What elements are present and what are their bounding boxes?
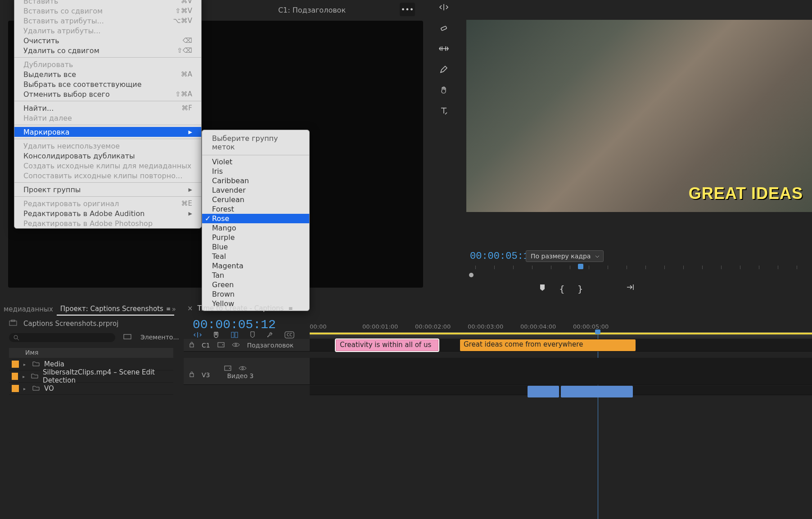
svg-rect-4: [124, 334, 131, 339]
type-icon[interactable]: [438, 104, 450, 117]
eraser-icon[interactable]: [438, 22, 450, 34]
svg-point-12: [235, 344, 237, 346]
title-menu-button[interactable]: •••: [400, 3, 415, 16]
video-track-header[interactable]: V3 Видео 3: [184, 358, 310, 385]
label-color-item[interactable]: Violet: [202, 157, 309, 167]
project-tabs[interactable]: медиаданных Проект: Captions Screenshots…: [0, 302, 182, 316]
svg-rect-0: [441, 26, 447, 31]
project-search-input[interactable]: [9, 333, 115, 342]
label-submenu[interactable]: Выберите группу меток VioletIrisCaribbea…: [202, 130, 310, 311]
label-color-item[interactable]: Forest: [202, 204, 309, 214]
project-filename: Captions Screenshots.prproj: [23, 320, 118, 328]
project-tab-active[interactable]: Проект: Captions Screenshots≡: [57, 303, 174, 316]
lock-icon[interactable]: [189, 341, 194, 349]
sequence-title: С1: Подзаголовок: [201, 0, 423, 20]
project-bin-row[interactable]: ▸VO: [9, 383, 173, 395]
sequence-tab[interactable]: Time to Create - Captions: [198, 304, 284, 312]
eye-icon[interactable]: [232, 342, 240, 349]
chevron-down-icon: [595, 255, 600, 258]
caption-track-lane[interactable]: Creativity is within all of us Great ide…: [310, 339, 812, 352]
svg-rect-5: [231, 332, 234, 338]
program-scrubber[interactable]: [466, 266, 812, 277]
menu-item[interactable]: Выбрать все соответствующие: [14, 79, 201, 89]
menu-item: Удалить неиспользуемое: [14, 141, 201, 151]
label-color-item[interactable]: Green: [202, 280, 309, 289]
stretch-icon[interactable]: [438, 42, 450, 55]
add-marker-icon[interactable]: [538, 284, 546, 294]
label-color-item[interactable]: Iris: [202, 167, 309, 176]
bin-icon: [9, 320, 17, 328]
label-color-item[interactable]: Lavender: [202, 185, 309, 195]
media-tab[interactable]: медиаданных: [0, 303, 57, 315]
hand-icon[interactable]: [438, 84, 450, 96]
source-patch-icon[interactable]: [217, 342, 225, 349]
svg-point-15: [229, 368, 230, 369]
bracket-out-icon[interactable]: }: [577, 284, 583, 294]
svg-point-3: [14, 335, 18, 339]
element-count: Элементо...: [140, 334, 179, 341]
svg-point-11: [222, 344, 223, 345]
label-color-item[interactable]: Purple: [202, 233, 309, 242]
project-column-header[interactable]: Имя: [9, 348, 173, 358]
video-track-lane[interactable]: [310, 358, 812, 385]
menu-item: Сопоставить исходные клипы повторно...: [14, 171, 201, 181]
menu-item: Редактировать в Adobe Photoshop: [14, 218, 201, 228]
label-color-item[interactable]: Brown: [202, 289, 309, 299]
track-label: Видео 3: [227, 372, 253, 379]
label-color-item[interactable]: ✓Rose: [202, 214, 309, 223]
close-sequence-icon[interactable]: ×: [187, 304, 193, 312]
label-color-item[interactable]: Caribbean: [202, 176, 309, 185]
label-color-item[interactable]: Magenta: [202, 261, 309, 271]
caption-clip-1[interactable]: Creativity is within all of us: [336, 339, 438, 351]
menu-item: Найти далее: [14, 113, 201, 123]
expand-panel-icon[interactable]: »: [172, 305, 176, 313]
video-clip[interactable]: [528, 386, 559, 397]
submenu-header: Выберите группу меток: [202, 132, 309, 153]
menu-item: Удалить атрибуты...: [14, 26, 201, 36]
fit-dropdown[interactable]: По размеру кадра: [526, 250, 604, 262]
timeline-timecode[interactable]: 00:00:05:12: [193, 318, 276, 332]
menu-item[interactable]: Консолидировать дубликаты: [14, 151, 201, 161]
source-patch-icon[interactable]: [224, 365, 231, 372]
label-color-item[interactable]: Teal: [202, 252, 309, 261]
track-id: V3: [202, 371, 210, 379]
menu-item[interactable]: Очистить⌫: [14, 36, 201, 45]
project-bin-row[interactable]: ▸SilbersaltzClips.mp4 – Scene Edit Detec…: [9, 370, 173, 383]
menu-item[interactable]: Маркировка▶: [14, 127, 201, 137]
label-color-item[interactable]: Tan: [202, 271, 309, 280]
menu-item[interactable]: Удалить со сдвигом⇧⌫: [14, 45, 201, 55]
video-track-v2-lane[interactable]: [310, 385, 812, 395]
edit-context-menu[interactable]: Вставить⌘VВставить со сдвигом⇧⌘VВставить…: [14, 0, 202, 229]
ripple-trim-icon[interactable]: [438, 1, 450, 14]
lock-icon[interactable]: [189, 371, 194, 379]
svg-rect-13: [190, 374, 194, 377]
menu-item: Дублировать: [14, 59, 201, 69]
bracket-in-icon[interactable]: {: [559, 284, 565, 294]
svg-rect-9: [190, 344, 194, 347]
video-clip[interactable]: [561, 386, 633, 397]
caption-track-header[interactable]: C1 Подзаголовок: [184, 339, 310, 352]
menu-item: Создать исходные клипы для медиаданных: [14, 161, 201, 171]
label-color-item[interactable]: Cerulean: [202, 195, 309, 204]
track-label: Подзаголовок: [247, 342, 294, 349]
menu-item[interactable]: Отменить выбор всего⇧⌘A: [14, 89, 201, 99]
search-icon: [14, 335, 19, 341]
label-color-item[interactable]: Blue: [202, 242, 309, 252]
program-monitor[interactable]: GREAT IDEAS: [466, 20, 812, 212]
svg-rect-6: [235, 332, 238, 338]
menu-item: Редактировать оригинал⌘E: [14, 199, 201, 208]
caption-clip-2[interactable]: Great ideas come from everywhere: [460, 339, 636, 351]
eye-icon[interactable]: [239, 365, 247, 372]
menu-item[interactable]: Редактировать в Adobe Audition▶: [14, 208, 201, 218]
svg-point-16: [242, 367, 244, 369]
timeline-ruler-bar[interactable]: [310, 332, 812, 338]
menu-item[interactable]: Выделить все⌘A: [14, 69, 201, 79]
menu-item[interactable]: Проект группы▶: [14, 185, 201, 194]
menu-item[interactable]: Найти...⌘F: [14, 103, 201, 113]
go-to-in-icon[interactable]: [626, 284, 635, 294]
new-bin-icon[interactable]: [123, 333, 131, 341]
label-color-item[interactable]: Mango: [202, 223, 309, 233]
pen-icon[interactable]: [438, 63, 450, 76]
video-caption-overlay: GREAT IDEAS: [689, 184, 803, 203]
track-id: C1: [202, 342, 210, 349]
